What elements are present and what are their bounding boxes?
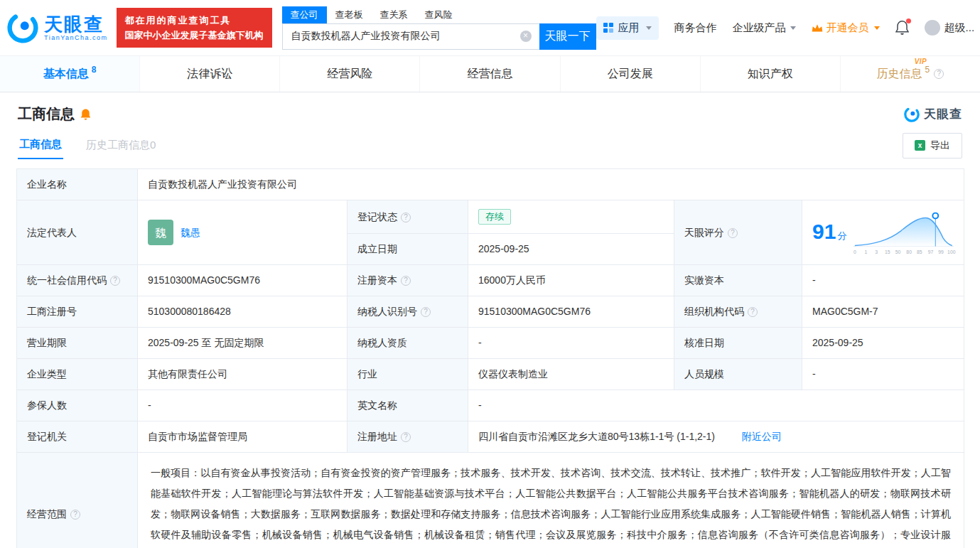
svg-text:99: 99 xyxy=(939,249,944,254)
help-icon[interactable]: ? xyxy=(748,307,758,317)
tab-label: 历史信息 xyxy=(877,67,922,82)
legal-rep-avatar[interactable]: 魏 xyxy=(148,220,173,245)
tab-label: 公司发展 xyxy=(608,67,653,82)
table-row: 企业名称 自贡数投机器人产业投资有限公司 xyxy=(17,169,964,200)
notification-dot xyxy=(906,18,911,23)
field-label-company-type: 企业类型 xyxy=(17,359,138,390)
tab-history-info[interactable]: VIP 历史信息 5 ? xyxy=(840,56,980,92)
apps-menu-label: 应用 xyxy=(618,21,640,35)
score-value: 91分 xyxy=(812,225,846,242)
watermark-logo-icon xyxy=(904,107,920,122)
search-input[interactable] xyxy=(282,23,539,50)
tab-label: 知识产权 xyxy=(748,67,793,82)
field-label-insured-count: 参保人数 xyxy=(17,390,138,421)
section-header: 工商信息 天眼查 xyxy=(16,92,964,130)
reg-authority-value: 自贡市市场监督管理局 xyxy=(138,421,348,453)
field-label-staff-size: 人员规模 xyxy=(674,359,802,390)
svg-text:15: 15 xyxy=(885,249,890,254)
help-icon[interactable]: ? xyxy=(421,307,431,317)
help-icon[interactable]: ? xyxy=(401,276,411,286)
field-label-reg-status: 登记状态? xyxy=(348,200,468,234)
search-tab-relation[interactable]: 查关系 xyxy=(372,6,416,23)
search-button[interactable]: 天眼一下 xyxy=(539,23,596,50)
vip-membership-menu[interactable]: 开通会员 xyxy=(812,21,880,35)
notifications-bell[interactable] xyxy=(895,21,909,35)
export-label: 导出 xyxy=(930,139,950,152)
excel-icon: x xyxy=(915,140,925,151)
reg-capital-value: 16000万人民币 xyxy=(468,265,674,296)
org-code-value: MAG0C5GM-7 xyxy=(802,296,964,328)
clear-search-icon[interactable]: × xyxy=(520,31,532,42)
search-area: 查公司 查老板 查关系 查风险 × 天眼一下 xyxy=(282,6,596,50)
establish-date-value: 2025-09-25 xyxy=(468,234,674,265)
field-label-reg-authority: 登记机关 xyxy=(17,421,138,453)
table-row: 统一社会信用代码? 91510300MAG0C5GM76 注册资本? 16000… xyxy=(17,265,964,296)
help-icon[interactable]: ? xyxy=(401,213,411,222)
help-icon[interactable]: ? xyxy=(728,228,738,238)
caret-down-icon xyxy=(646,26,652,30)
field-label-taxpayer-quality: 纳税人资质 xyxy=(348,328,468,359)
watermark-text: 天眼查 xyxy=(924,106,962,122)
crown-icon xyxy=(812,23,823,33)
score-marker-dot xyxy=(933,213,939,219)
vip-badge: VIP xyxy=(915,58,927,65)
business-cooperation-label: 商务合作 xyxy=(674,21,717,35)
help-icon[interactable]: ? xyxy=(401,432,411,442)
table-row: 登记机关 自贡市市场监督管理局 注册地址? 四川省自贡市沿滩区龙乡大道80号13… xyxy=(17,421,964,453)
help-icon[interactable]: ? xyxy=(110,276,120,286)
search-tab-boss[interactable]: 查老板 xyxy=(327,6,372,23)
svg-text:80: 80 xyxy=(907,249,912,254)
tab-company-development[interactable]: 公司发展 xyxy=(560,56,700,92)
field-label-business-scope: 经营范围? xyxy=(17,453,138,548)
search-tab-company[interactable]: 查公司 xyxy=(282,6,327,23)
caret-down-icon xyxy=(874,26,880,30)
help-icon[interactable]: ? xyxy=(934,69,944,79)
score-cell[interactable]: 91分 0 xyxy=(802,200,964,265)
svg-text:3: 3 xyxy=(876,249,878,254)
field-label-reg-address: 注册地址? xyxy=(348,421,468,453)
top-header: 天眼查 TianYanCha.com 都在用的商业查询工具 国家中小企业发展子基… xyxy=(0,0,980,55)
tab-legal-proceedings[interactable]: 法律诉讼 xyxy=(139,56,279,92)
reg-status-cell: 存续 xyxy=(468,200,674,234)
sub-tabs: 工商信息 历史工商信息0 x 导出 xyxy=(16,130,964,159)
reg-address-cell: 四川省自贡市沿滩区龙乡大道80号13栋1-1号 (1-1,2-1) 附近公司 xyxy=(468,421,964,453)
vip-membership-label: 开通会员 xyxy=(826,21,869,35)
user-avatar xyxy=(925,20,940,36)
staff-size-value: - xyxy=(802,359,964,390)
slogan-line2: 国家中小企业发展子基金旗下机构 xyxy=(125,28,264,43)
tab-count: 8 xyxy=(92,65,97,75)
user-name: 超级... xyxy=(944,21,975,35)
legal-rep-link[interactable]: 魏愚 xyxy=(181,226,200,240)
business-cooperation-link[interactable]: 商务合作 xyxy=(674,21,717,35)
table-row: 法定代表人 魏 魏愚 登记状态? 存续 天眼评分? 91分 xyxy=(17,200,964,234)
reg-number-value: 510300080186428 xyxy=(138,296,348,328)
tab-intellectual-property[interactable]: 知识产权 xyxy=(700,56,840,92)
subtab-business-info[interactable]: 工商信息 xyxy=(18,131,63,159)
search-tab-risk[interactable]: 查风险 xyxy=(416,6,461,23)
subtab-history-business-info[interactable]: 历史工商信息0 xyxy=(85,132,157,159)
user-menu[interactable]: 超级... xyxy=(925,20,980,36)
alert-bell-icon[interactable] xyxy=(80,109,91,120)
apps-menu[interactable]: 应用 xyxy=(596,16,659,40)
business-info-table: 企业名称 自贡数投机器人产业投资有限公司 法定代表人 魏 魏愚 登记状态? 存续… xyxy=(16,168,964,548)
svg-text:97: 97 xyxy=(928,249,934,254)
tianyancha-logo-icon xyxy=(7,12,38,43)
help-icon[interactable]: ? xyxy=(70,510,80,520)
score-distribution-chart: 0 1 3 15 50 80 85 97 99 100 xyxy=(851,208,957,258)
export-button[interactable]: x 导出 xyxy=(903,133,962,159)
company-name-value: 自贡数投机器人产业投资有限公司 xyxy=(138,169,964,200)
slogan-line1: 都在用的商业查询工具 xyxy=(125,13,264,28)
tab-basic-info[interactable]: 基本信息 8 xyxy=(0,56,139,92)
tab-label: 经营风险 xyxy=(327,67,372,82)
logo-text-block: 天眼查 TianYanCha.com xyxy=(44,14,108,41)
field-label-legal-rep: 法定代表人 xyxy=(17,200,138,265)
main-tabs: 基本信息 8 法律诉讼 经营风险 经营信息 公司发展 知识产权 VIP 历史信息… xyxy=(0,55,980,92)
tianyancha-logo[interactable]: 天眼查 TianYanCha.com xyxy=(7,12,108,43)
tab-operation-risk[interactable]: 经营风险 xyxy=(279,56,419,92)
tab-operation-info[interactable]: 经营信息 xyxy=(419,56,559,92)
table-row: 参保人数 - 英文名称 - xyxy=(17,390,964,421)
apps-grid-icon xyxy=(603,23,613,33)
nearby-companies-link[interactable]: 附近公司 xyxy=(742,431,782,442)
content-area: 工商信息 天眼查 工商信息 历史工商信息0 x 导出 xyxy=(0,92,980,548)
enterprise-products-menu[interactable]: 企业级产品 xyxy=(733,21,796,35)
